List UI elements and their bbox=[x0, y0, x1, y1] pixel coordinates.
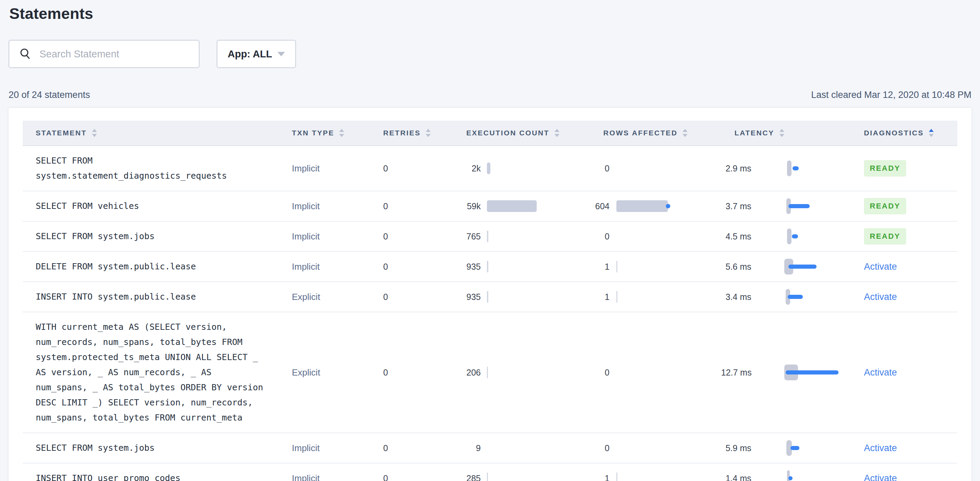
sort-arrows-icon[interactable] bbox=[555, 129, 559, 137]
statement-text[interactable]: SELECT FROM system.statement_diagnostics… bbox=[36, 146, 264, 191]
statement-text[interactable]: INSERT INTO user_promo_codes bbox=[36, 463, 180, 481]
latency-cell: 3.4 ms bbox=[721, 282, 841, 312]
diagnostics-activate-link[interactable]: Activate bbox=[864, 292, 897, 303]
column-header-rows-affected[interactable]: ROWS AFFECTED bbox=[594, 129, 721, 137]
column-header-diagnostics[interactable]: DIAGNOSTICS bbox=[841, 129, 958, 137]
column-header-execution-count[interactable]: EXECUTION COUNT bbox=[443, 129, 594, 137]
column-header-label: EXECUTION COUNT bbox=[466, 129, 549, 137]
retries-value: 0 bbox=[383, 443, 388, 453]
rows-affected-bar-chart bbox=[616, 442, 692, 454]
statement-text[interactable]: SELECT FROM system.jobs bbox=[36, 221, 154, 251]
execution-count-value: 935 bbox=[443, 292, 481, 302]
table-row: DELETE FROM system.public.leaseImplicit0… bbox=[23, 252, 957, 282]
diagnostics-cell: READY bbox=[841, 221, 958, 251]
txn-type-cell: Implicit bbox=[278, 221, 368, 251]
txn-type-value: Implicit bbox=[292, 231, 320, 242]
sort-arrows-icon[interactable] bbox=[92, 129, 97, 137]
retries-cell: 0 bbox=[368, 252, 443, 281]
sort-arrows-icon[interactable] bbox=[780, 129, 784, 137]
latency-mean-bar bbox=[791, 446, 799, 450]
rows-affected-value: 1 bbox=[594, 292, 609, 302]
latency-mean-bar bbox=[786, 370, 838, 374]
diagnostics-cell: Activate bbox=[841, 463, 958, 481]
search-input[interactable] bbox=[40, 48, 193, 60]
rows-affected-value: 0 bbox=[594, 368, 609, 377]
latency-bar-chart bbox=[784, 258, 846, 276]
retries-cell: 0 bbox=[368, 358, 443, 387]
txn-type-value: Explicit bbox=[292, 367, 320, 378]
column-header-latency[interactable]: LATENCY bbox=[721, 129, 841, 137]
latency-cell: 3.7 ms bbox=[721, 191, 841, 221]
execution-count-value: 206 bbox=[443, 368, 481, 377]
statement-text[interactable]: DELETE FROM system.public.lease bbox=[36, 252, 196, 281]
statement-cell: INSERT INTO system.public.lease bbox=[23, 282, 278, 312]
latency-bar-chart bbox=[784, 228, 846, 245]
rows-affected-cell: 0 bbox=[594, 433, 721, 463]
table-row: SELECT FROM vehiclesImplicit059k6043.7 m… bbox=[23, 191, 957, 221]
txn-type-cell: Implicit bbox=[278, 191, 368, 221]
table-row: SELECT FROM system.jobsImplicit076504.5 … bbox=[23, 221, 957, 252]
execution-count-bar-chart bbox=[487, 442, 573, 454]
statements-count: 20 of 24 statements bbox=[9, 89, 90, 100]
sort-up-icon bbox=[682, 129, 687, 132]
app-filter-dropdown[interactable]: App: ALL bbox=[217, 40, 296, 68]
sort-arrows-icon[interactable] bbox=[339, 129, 344, 137]
table-row: SELECT FROM system.jobsImplicit0905.9 ms… bbox=[23, 433, 957, 463]
diagnostics-activate-link[interactable]: Activate bbox=[864, 443, 897, 454]
execution-count-bar bbox=[487, 291, 488, 303]
execution-count-cell: 935 bbox=[443, 252, 594, 281]
execution-count-bar-chart bbox=[487, 162, 573, 174]
statement-text[interactable]: SELECT FROM system.jobs bbox=[36, 433, 154, 463]
diagnostics-cell: Activate bbox=[841, 358, 958, 387]
search-icon bbox=[19, 48, 32, 61]
latency-bar-chart bbox=[784, 439, 846, 457]
sort-arrows-icon[interactable] bbox=[682, 129, 687, 137]
column-header-txn-type[interactable]: TXN TYPE bbox=[278, 129, 368, 137]
diagnostics-cell: READY bbox=[841, 191, 958, 221]
latency-bar-chart bbox=[784, 197, 846, 215]
execution-count-cell: 285 bbox=[443, 463, 594, 481]
statement-cell: SELECT FROM system.jobs bbox=[23, 221, 278, 251]
diagnostics-ready-badge: READY bbox=[864, 198, 906, 214]
execution-count-value: 59k bbox=[443, 201, 481, 211]
latency-stddev-pill bbox=[787, 161, 791, 176]
diagnostics-ready-badge: READY bbox=[864, 228, 906, 245]
rows-affected-value: 1 bbox=[594, 262, 609, 272]
sort-down-icon bbox=[929, 134, 934, 137]
statement-cell: SELECT FROM vehicles bbox=[23, 191, 278, 221]
execution-count-bar bbox=[487, 231, 488, 242]
txn-type-cell: Explicit bbox=[278, 282, 368, 312]
latency-cell: 1.4 ms bbox=[721, 463, 841, 481]
latency-cell: 5.9 ms bbox=[721, 433, 841, 463]
statement-cell: DELETE FROM system.public.lease bbox=[23, 252, 278, 281]
column-header-statement[interactable]: STATEMENT bbox=[23, 129, 278, 137]
execution-count-cell: 9 bbox=[443, 433, 594, 463]
last-cleared-label: Last cleared Mar 12, 2020 at 10:48 PM bbox=[811, 89, 971, 100]
sort-down-icon bbox=[339, 134, 344, 137]
diagnostics-cell: READY bbox=[841, 154, 958, 183]
statement-text[interactable]: WITH current_meta AS (SELECT version, nu… bbox=[36, 312, 264, 433]
rows-affected-bar-chart bbox=[616, 200, 692, 212]
latency-bar-chart bbox=[784, 159, 846, 177]
execution-count-bar bbox=[487, 162, 490, 174]
latency-mean-bar bbox=[788, 295, 803, 299]
latency-stddev-pill bbox=[787, 228, 791, 244]
latency-cell: 5.6 ms bbox=[721, 252, 841, 281]
search-box[interactable] bbox=[9, 40, 199, 68]
execution-count-cell: 59k bbox=[443, 191, 594, 221]
diagnostics-activate-link[interactable]: Activate bbox=[864, 473, 897, 481]
column-header-retries[interactable]: RETRIES bbox=[368, 129, 443, 137]
statements-card: STATEMENTTXN TYPERETRIESEXECUTION COUNTR… bbox=[9, 108, 971, 481]
sort-down-icon bbox=[92, 134, 97, 137]
statement-text[interactable]: INSERT INTO system.public.lease bbox=[36, 282, 196, 312]
column-header-label: LATENCY bbox=[735, 129, 774, 137]
sort-arrows-icon[interactable] bbox=[426, 129, 431, 137]
statement-text[interactable]: SELECT FROM vehicles bbox=[36, 191, 139, 221]
diagnostics-activate-link[interactable]: Activate bbox=[864, 367, 897, 378]
execution-count-cell: 206 bbox=[443, 358, 594, 387]
diagnostics-activate-link[interactable]: Activate bbox=[864, 261, 897, 272]
retries-value: 0 bbox=[383, 473, 388, 481]
rows-affected-bar-chart bbox=[616, 261, 692, 272]
sort-arrows-icon[interactable] bbox=[929, 129, 934, 137]
rows-affected-bar-chart bbox=[616, 366, 692, 378]
